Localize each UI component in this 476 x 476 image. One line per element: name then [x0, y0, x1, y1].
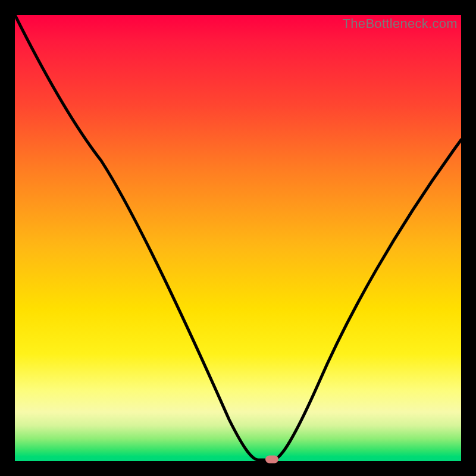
- curve-path: [15, 15, 461, 460]
- plot-area: TheBottleneck.com: [15, 15, 461, 461]
- chart-stage: TheBottleneck.com: [0, 0, 476, 476]
- bottleneck-curve: [15, 15, 461, 461]
- optimal-point-marker: [265, 456, 278, 464]
